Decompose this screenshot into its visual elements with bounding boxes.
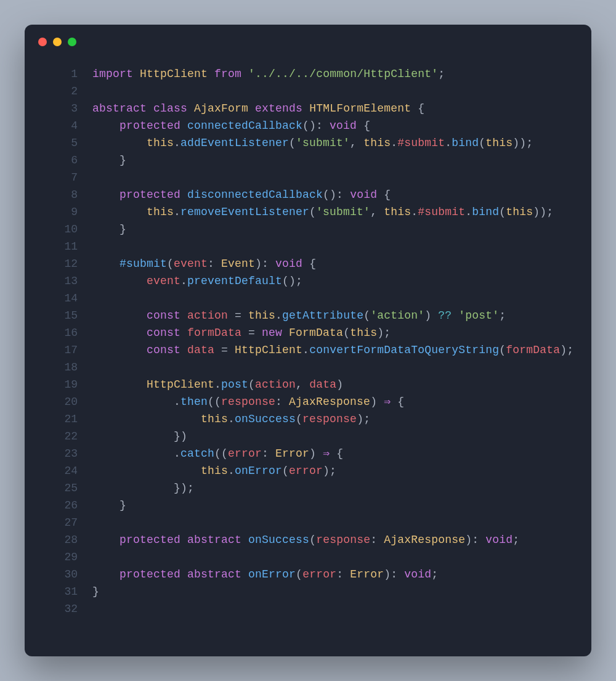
code-line[interactable]: 17 const data = HttpClient.convertFormDa… xyxy=(25,341,591,359)
line-number: 12 xyxy=(25,255,92,272)
code-line[interactable]: 26 } xyxy=(25,497,591,514)
code-line[interactable]: 20 .then((response: AjaxResponse) ⇒ { xyxy=(25,393,591,410)
code-line[interactable]: 16 const formData = new FormData(this); xyxy=(25,324,591,341)
line-number: 16 xyxy=(25,324,92,341)
line-number: 25 xyxy=(25,479,92,497)
code-line[interactable]: 21 this.onSuccess(response); xyxy=(25,410,591,428)
line-number: 14 xyxy=(25,290,92,307)
code-content[interactable]: } xyxy=(92,221,126,238)
code-line[interactable]: 19 HttpClient.post(action, data) xyxy=(25,376,591,393)
code-editor[interactable]: 1import HttpClient from '../../../common… xyxy=(25,59,591,656)
line-number: 23 xyxy=(25,445,92,462)
code-content[interactable]: } xyxy=(92,152,126,169)
code-line[interactable]: 27 xyxy=(25,514,591,531)
code-content[interactable]: } xyxy=(92,583,99,600)
code-line[interactable]: 15 const action = this.getAttribute('act… xyxy=(25,307,591,324)
code-content[interactable]: protected connectedCallback(): void { xyxy=(92,117,370,134)
code-line[interactable]: 31} xyxy=(25,583,591,600)
zoom-icon[interactable] xyxy=(68,38,76,46)
code-content[interactable]: this.onError(error); xyxy=(92,462,336,479)
code-line[interactable]: 29 xyxy=(25,548,591,566)
editor-window: 1import HttpClient from '../../../common… xyxy=(25,25,591,656)
code-content[interactable]: protected abstract onError(error: Error)… xyxy=(92,566,438,583)
code-line[interactable]: 22 }) xyxy=(25,428,591,445)
line-number: 5 xyxy=(25,134,92,152)
line-number: 29 xyxy=(25,548,92,566)
line-number: 13 xyxy=(25,272,92,290)
code-content[interactable]: HttpClient.post(action, data) xyxy=(92,376,343,393)
code-content[interactable]: import HttpClient from '../../../common/… xyxy=(92,65,445,83)
line-number: 27 xyxy=(25,514,92,531)
code-line[interactable]: 2 xyxy=(25,83,591,100)
code-line[interactable]: 13 event.preventDefault(); xyxy=(25,272,591,290)
line-number: 24 xyxy=(25,462,92,479)
close-icon[interactable] xyxy=(38,38,47,46)
minimize-icon[interactable] xyxy=(53,38,62,46)
code-line[interactable]: 28 protected abstract onSuccess(response… xyxy=(25,531,591,548)
code-line[interactable]: 9 this.removeEventListener('submit', thi… xyxy=(25,203,591,221)
code-line[interactable]: 23 .catch((error: Error) ⇒ { xyxy=(25,445,591,462)
code-line[interactable]: 14 xyxy=(25,290,591,307)
line-number: 22 xyxy=(25,428,92,445)
code-content[interactable]: const formData = new FormData(this); xyxy=(92,324,391,341)
line-number: 7 xyxy=(25,169,92,186)
code-content[interactable]: } xyxy=(92,497,126,514)
code-line[interactable]: 32 xyxy=(25,600,591,618)
code-line[interactable]: 1import HttpClient from '../../../common… xyxy=(25,65,591,83)
code-content[interactable]: this.onSuccess(response); xyxy=(92,410,370,428)
code-line[interactable]: 11 xyxy=(25,238,591,255)
line-number: 8 xyxy=(25,186,92,203)
code-content[interactable]: .then((response: AjaxResponse) ⇒ { xyxy=(92,393,404,410)
code-line[interactable]: 6 } xyxy=(25,152,591,169)
code-content[interactable]: }); xyxy=(92,479,194,497)
line-number: 4 xyxy=(25,117,92,134)
line-number: 20 xyxy=(25,393,92,410)
code-content[interactable]: const data = HttpClient.convertFormDataT… xyxy=(92,341,573,359)
line-number: 2 xyxy=(25,83,92,100)
code-content[interactable]: protected disconnectedCallback(): void { xyxy=(92,186,391,203)
line-number: 26 xyxy=(25,497,92,514)
line-number: 11 xyxy=(25,238,92,255)
line-number: 6 xyxy=(25,152,92,169)
line-number: 21 xyxy=(25,410,92,428)
line-number: 31 xyxy=(25,583,92,600)
code-content[interactable]: abstract class AjaxForm extends HTMLForm… xyxy=(92,100,424,117)
code-content[interactable]: protected abstract onSuccess(response: A… xyxy=(92,531,519,548)
line-number: 1 xyxy=(25,65,92,83)
code-content[interactable]: event.preventDefault(); xyxy=(92,272,302,290)
line-number: 15 xyxy=(25,307,92,324)
code-line[interactable]: 7 xyxy=(25,169,591,186)
code-line[interactable]: 25 }); xyxy=(25,479,591,497)
code-content[interactable]: }) xyxy=(92,428,187,445)
line-number: 32 xyxy=(25,600,92,618)
line-number: 3 xyxy=(25,100,92,117)
line-number: 18 xyxy=(25,359,92,376)
code-line[interactable]: 24 this.onError(error); xyxy=(25,462,591,479)
code-line[interactable]: 4 protected connectedCallback(): void { xyxy=(25,117,591,134)
code-line[interactable]: 10 } xyxy=(25,221,591,238)
line-number: 30 xyxy=(25,566,92,583)
line-number: 17 xyxy=(25,341,92,359)
code-line[interactable]: 18 xyxy=(25,359,591,376)
code-line[interactable]: 3abstract class AjaxForm extends HTMLFor… xyxy=(25,100,591,117)
line-number: 28 xyxy=(25,531,92,548)
line-number: 10 xyxy=(25,221,92,238)
code-line[interactable]: 30 protected abstract onError(error: Err… xyxy=(25,566,591,583)
line-number: 19 xyxy=(25,376,92,393)
window-titlebar xyxy=(25,25,591,59)
code-line[interactable]: 8 protected disconnectedCallback(): void… xyxy=(25,186,591,203)
code-content[interactable]: this.removeEventListener('submit', this.… xyxy=(92,203,553,221)
code-content[interactable]: #submit(event: Event): void { xyxy=(92,255,316,272)
code-content[interactable]: .catch((error: Error) ⇒ { xyxy=(92,445,343,462)
code-content[interactable]: this.addEventListener('submit', this.#su… xyxy=(92,134,533,152)
code-line[interactable]: 12 #submit(event: Event): void { xyxy=(25,255,591,272)
code-line[interactable]: 5 this.addEventListener('submit', this.#… xyxy=(25,134,591,152)
code-content[interactable]: const action = this.getAttribute('action… xyxy=(92,307,506,324)
line-number: 9 xyxy=(25,203,92,221)
